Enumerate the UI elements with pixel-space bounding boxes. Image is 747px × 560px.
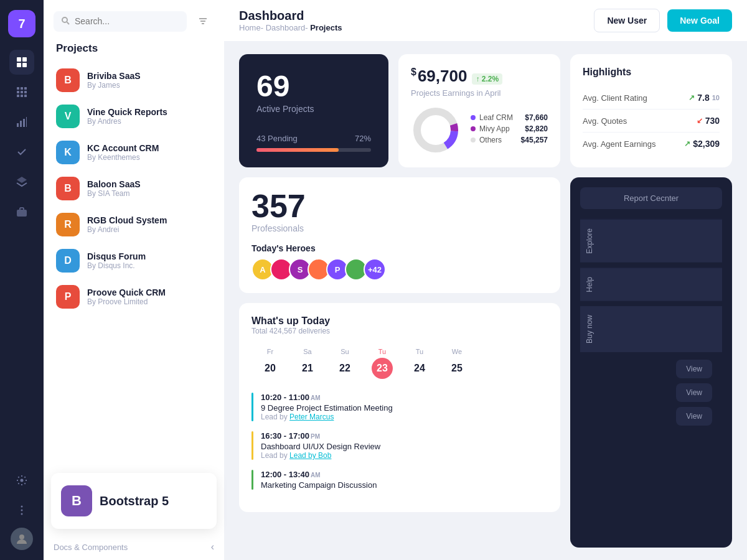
project-by: By Proove Limited [87,297,212,306]
project-logo: D [56,249,80,273]
project-by: By Keenthemes [87,153,212,162]
sidebar-title: Projects [44,37,224,62]
svg-point-23 [62,17,67,22]
sidebar-footer-btn[interactable]: ‹ [211,541,214,553]
event-item: 16:30 - 17:00PM Dashboard UI/UX Design R… [251,431,548,460]
project-info: Disqus Forum By Disqus Inc. [87,251,212,270]
project-list: B Briviba SaaS By James V Vine Quick Rep… [44,62,224,465]
project-item[interactable]: R RGB Cloud System By Andrei [49,207,219,243]
calendar-day[interactable]: Tu 24 [401,344,438,383]
event-time: 12:00 - 13:40AM [261,470,548,479]
sidebar-search-bar [44,0,224,37]
sidebar: Projects B Briviba SaaS By James V Vine … [44,0,224,560]
legend-value: $7,660 [525,113,548,122]
progress-bar-fill [256,148,339,152]
left-navigation: 7 [0,0,44,560]
view-button-3[interactable]: View [676,407,712,426]
day-name: Tu [378,348,386,355]
project-item[interactable]: D Disqus Forum By Disqus Inc. [49,243,219,279]
professionals-label: Professionals [251,223,548,233]
event-lead-link[interactable]: Lead by Bob [289,451,331,460]
calendar-day[interactable]: Tu 23 [364,344,401,383]
user-avatar[interactable] [11,528,33,550]
day-number: 20 [260,358,281,379]
nav-icon-settings[interactable] [9,468,34,493]
right-panel-tab[interactable]: Explore [580,219,722,263]
schedule-title: What's up Today [251,315,548,327]
nav-icon-grid[interactable] [9,80,34,105]
calendar-day[interactable]: Fr 20 [251,344,289,383]
new-user-button[interactable]: New User [594,9,660,32]
earnings-card: $69,700 ↑ 2.2% Projects Earnings in Apri… [398,54,560,167]
project-logo: P [56,285,80,309]
svg-rect-7 [17,91,19,93]
earnings-badge: ↑ 2.2% [472,73,502,85]
nav-avatar[interactable]: 7 [8,10,35,37]
legend-dot [471,126,476,131]
day-name: Fr [267,348,273,355]
svg-rect-9 [24,91,27,93]
svg-rect-4 [17,87,19,90]
right-panel-tab[interactable]: Buy now [580,306,722,352]
nav-icon-chart[interactable] [9,110,34,134]
project-by: By Disqus Inc. [87,261,212,270]
project-item[interactable]: P Proove Quick CRM By Proove Limited [49,279,219,315]
event-ampm: PM [311,433,320,440]
project-item[interactable]: B Baloon SaaS By SIA Team [49,170,219,207]
topbar: Dashboard Home- Dashboard- Projects New … [224,0,747,42]
project-by: By Andres [87,117,212,126]
highlight-name: Avg. Agent Earnings [583,139,656,149]
bootstrap-promo-text: Bootstrap 5 [100,494,169,508]
svg-rect-1 [22,57,27,62]
highlights-title: Highlights [583,67,720,78]
professionals-card: 357 Professionals Today's Heroes ASP+42 [239,177,560,293]
right-panel-tab[interactable]: Help [580,268,722,301]
nav-icon-briefcase[interactable] [9,199,34,224]
project-info: Vine Quick Reports By Andres [87,107,212,126]
project-logo: B [56,177,80,200]
report-center-button[interactable]: Report Cecnter [580,187,722,209]
hero-avatar: +42 [364,258,386,281]
project-logo: K [56,141,80,164]
project-by: By Andrei [87,225,212,234]
svg-point-18 [21,479,24,482]
highlights-list: Avg. Client Rating ↗ 7.8 10 Avg. Quotes … [583,86,720,155]
calendar-day[interactable]: Su 22 [326,344,364,383]
search-input[interactable] [75,16,179,26]
nav-icon-layers[interactable] [9,169,34,194]
calendar-day[interactable]: We 25 [438,344,476,383]
new-goal-button[interactable]: New Goal [667,9,732,32]
search-icon [61,16,70,27]
sidebar-footer: Docs & Components ‹ [44,536,224,560]
view-button-2[interactable]: View [676,383,712,402]
svg-rect-5 [21,87,23,90]
legend-name: Leaf CRM [479,113,513,122]
project-name: Disqus Forum [87,251,212,261]
day-name: Su [341,348,349,355]
view-button-1[interactable]: View [676,360,712,378]
project-info: KC Account CRM By Keenthemes [87,143,212,162]
breadcrumb-dashboard: Dashboard- [266,23,308,32]
highlight-value: ↙ 730 [697,116,720,126]
nav-icon-more[interactable] [9,498,34,523]
content-left: 69 Active Projects 43 Pending 72% [239,54,560,548]
search-box[interactable] [54,11,187,32]
event-bar [251,431,253,460]
event-lead-link[interactable]: Peter Marcus [289,413,334,421]
project-item[interactable]: B Briviba SaaS By James [49,62,219,98]
project-by: By James [87,81,212,90]
nav-icon-check[interactable] [9,139,34,164]
project-item[interactable]: K KC Account CRM By Keenthemes [49,134,219,170]
filter-button[interactable] [192,10,214,32]
schedule-subtitle: Total 424,567 deliveries [251,327,548,335]
project-item[interactable]: V Vine Quick Reports By Andres [49,98,219,134]
event-item: 10:20 - 11:00AM 9 Degree Project Estimat… [251,393,548,421]
event-name: 9 Degree Project Estimation Meeting [261,403,548,413]
bootstrap-promo: B Bootstrap 5 [51,473,217,529]
legend-value: $2,820 [525,124,548,133]
topbar-right: New User New Goal [594,9,732,32]
content-right: Highlights Avg. Client Rating ↗ 7.8 10 A… [570,54,732,548]
calendar-day[interactable]: Sa 21 [289,344,326,383]
svg-rect-17 [17,210,27,217]
nav-icon-dashboard[interactable] [9,50,34,75]
